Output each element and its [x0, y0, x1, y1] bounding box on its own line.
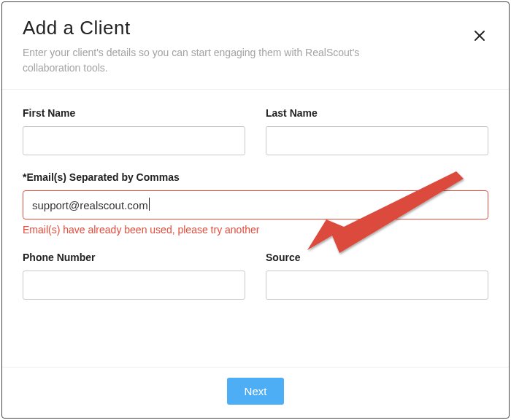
- phone-input[interactable]: [23, 271, 245, 300]
- email-error-message: Email(s) have already been used, please …: [23, 224, 488, 236]
- email-input[interactable]: support@realscout.com: [23, 190, 488, 219]
- phone-field: Phone Number: [23, 252, 245, 300]
- first-name-label: First Name: [23, 107, 245, 119]
- source-input[interactable]: [266, 271, 488, 300]
- source-field: Source: [266, 252, 488, 300]
- first-name-field: First Name: [23, 107, 245, 155]
- close-button[interactable]: [471, 27, 488, 44]
- email-input-value: support@realscout.com: [32, 199, 148, 211]
- close-icon: [473, 29, 486, 42]
- modal-body: First Name Last Name *Email(s) Separated…: [2, 90, 509, 367]
- modal-subtitle: Enter your client's details so you can s…: [23, 45, 402, 76]
- add-client-modal: Add a Client Enter your client's details…: [1, 1, 510, 419]
- first-name-input[interactable]: [23, 126, 245, 155]
- last-name-input[interactable]: [266, 126, 488, 155]
- modal-title: Add a Client: [23, 17, 488, 39]
- source-label: Source: [266, 252, 488, 263]
- modal-header: Add a Client Enter your client's details…: [2, 2, 509, 90]
- modal-footer: Next: [2, 367, 509, 418]
- text-caret: [149, 198, 150, 211]
- email-field: *Email(s) Separated by Commas support@re…: [23, 171, 488, 236]
- phone-label: Phone Number: [23, 252, 245, 263]
- email-label: *Email(s) Separated by Commas: [23, 171, 488, 183]
- last-name-field: Last Name: [266, 107, 488, 155]
- next-button[interactable]: Next: [227, 378, 285, 405]
- last-name-label: Last Name: [266, 107, 488, 119]
